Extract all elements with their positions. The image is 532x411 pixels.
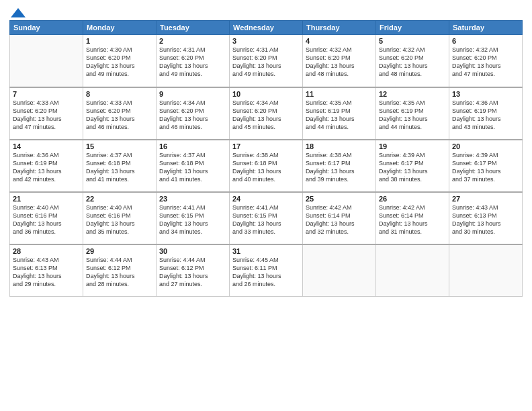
weekday-header: Sunday [10, 21, 83, 35]
day-number: 27 [452, 195, 519, 203]
day-info: Sunrise: 4:33 AM Sunset: 6:20 PM Dayligh… [86, 99, 153, 132]
calendar-table: SundayMondayTuesdayWednesdayThursdayFrid… [9, 20, 523, 297]
day-info: Sunrise: 4:40 AM Sunset: 6:16 PM Dayligh… [13, 203, 80, 236]
day-info: Sunrise: 4:42 AM Sunset: 6:14 PM Dayligh… [306, 203, 373, 236]
calendar-cell: 4Sunrise: 4:32 AM Sunset: 6:20 PM Daylig… [303, 35, 376, 87]
day-info: Sunrise: 4:41 AM Sunset: 6:15 PM Dayligh… [232, 203, 300, 236]
day-info: Sunrise: 4:40 AM Sunset: 6:16 PM Dayligh… [86, 203, 153, 236]
calendar-cell: 6Sunrise: 4:32 AM Sunset: 6:20 PM Daylig… [449, 35, 523, 87]
calendar-week-row: 28Sunrise: 4:43 AM Sunset: 6:13 PM Dayli… [10, 244, 523, 297]
day-info: Sunrise: 4:34 AM Sunset: 6:20 PM Dayligh… [232, 99, 300, 132]
calendar-cell: 8Sunrise: 4:33 AM Sunset: 6:20 PM Daylig… [83, 87, 157, 140]
calendar-cell: 31Sunrise: 4:45 AM Sunset: 6:11 PM Dayli… [230, 244, 303, 297]
day-number: 9 [159, 90, 226, 98]
day-number: 3 [232, 37, 300, 45]
weekday-header: Monday [83, 21, 157, 35]
day-info: Sunrise: 4:45 AM Sunset: 6:11 PM Dayligh… [232, 256, 300, 289]
calendar-page: SundayMondayTuesdayWednesdayThursdayFrid… [0, 0, 532, 411]
calendar-cell: 2Sunrise: 4:31 AM Sunset: 6:20 PM Daylig… [157, 35, 230, 87]
calendar-week-row: 21Sunrise: 4:40 AM Sunset: 6:16 PM Dayli… [10, 192, 523, 244]
logo [9, 7, 26, 16]
calendar-cell: 14Sunrise: 4:36 AM Sunset: 6:19 PM Dayli… [10, 140, 83, 192]
calendar-cell: 15Sunrise: 4:37 AM Sunset: 6:18 PM Dayli… [83, 140, 157, 192]
calendar-cell: 27Sunrise: 4:43 AM Sunset: 6:13 PM Dayli… [449, 192, 523, 244]
day-info: Sunrise: 4:37 AM Sunset: 6:18 PM Dayligh… [159, 151, 226, 184]
day-info: Sunrise: 4:32 AM Sunset: 6:20 PM Dayligh… [452, 46, 519, 79]
day-number: 22 [86, 195, 153, 203]
logo-icon [11, 7, 26, 19]
header [9, 7, 523, 16]
day-number: 5 [379, 37, 446, 45]
day-info: Sunrise: 4:38 AM Sunset: 6:18 PM Dayligh… [232, 151, 300, 184]
calendar-cell: 22Sunrise: 4:40 AM Sunset: 6:16 PM Dayli… [83, 192, 157, 244]
calendar-cell: 18Sunrise: 4:38 AM Sunset: 6:17 PM Dayli… [303, 140, 376, 192]
calendar-cell: 20Sunrise: 4:39 AM Sunset: 6:17 PM Dayli… [449, 140, 523, 192]
calendar-cell: 30Sunrise: 4:44 AM Sunset: 6:12 PM Dayli… [157, 244, 230, 297]
day-number: 4 [306, 37, 373, 45]
day-info: Sunrise: 4:43 AM Sunset: 6:13 PM Dayligh… [452, 203, 519, 236]
day-number: 20 [452, 142, 519, 150]
calendar-cell: 23Sunrise: 4:41 AM Sunset: 6:15 PM Dayli… [157, 192, 230, 244]
day-info: Sunrise: 4:41 AM Sunset: 6:15 PM Dayligh… [159, 203, 226, 236]
day-info: Sunrise: 4:32 AM Sunset: 6:20 PM Dayligh… [379, 46, 446, 79]
day-info: Sunrise: 4:44 AM Sunset: 6:12 PM Dayligh… [86, 256, 153, 289]
calendar-cell: 5Sunrise: 4:32 AM Sunset: 6:20 PM Daylig… [376, 35, 449, 87]
day-number: 18 [306, 142, 373, 150]
calendar-cell: 29Sunrise: 4:44 AM Sunset: 6:12 PM Dayli… [83, 244, 157, 297]
day-info: Sunrise: 4:39 AM Sunset: 6:17 PM Dayligh… [452, 151, 519, 184]
calendar-cell [449, 244, 523, 297]
day-info: Sunrise: 4:32 AM Sunset: 6:20 PM Dayligh… [306, 46, 373, 79]
day-number: 25 [306, 195, 373, 203]
calendar-cell: 16Sunrise: 4:37 AM Sunset: 6:18 PM Dayli… [157, 140, 230, 192]
day-info: Sunrise: 4:37 AM Sunset: 6:18 PM Dayligh… [86, 151, 153, 184]
calendar-cell: 17Sunrise: 4:38 AM Sunset: 6:18 PM Dayli… [230, 140, 303, 192]
day-number: 17 [232, 142, 300, 150]
calendar-cell: 19Sunrise: 4:39 AM Sunset: 6:17 PM Dayli… [376, 140, 449, 192]
day-number: 21 [13, 195, 80, 203]
weekday-header: Wednesday [230, 21, 303, 35]
day-number: 16 [159, 142, 226, 150]
weekday-header: Saturday [449, 21, 523, 35]
calendar-week-row: 1Sunrise: 4:30 AM Sunset: 6:20 PM Daylig… [10, 35, 523, 87]
day-number: 1 [86, 37, 153, 45]
day-info: Sunrise: 4:31 AM Sunset: 6:20 PM Dayligh… [159, 46, 226, 79]
day-info: Sunrise: 4:35 AM Sunset: 6:19 PM Dayligh… [306, 99, 373, 132]
calendar-cell: 28Sunrise: 4:43 AM Sunset: 6:13 PM Dayli… [10, 244, 83, 297]
calendar-cell [303, 244, 376, 297]
svg-marker-0 [11, 8, 26, 17]
day-number: 28 [13, 247, 80, 255]
day-number: 26 [379, 195, 446, 203]
calendar-cell: 21Sunrise: 4:40 AM Sunset: 6:16 PM Dayli… [10, 192, 83, 244]
day-number: 2 [159, 37, 226, 45]
day-number: 29 [86, 247, 153, 255]
weekday-header: Tuesday [157, 21, 230, 35]
day-number: 6 [452, 37, 519, 45]
weekday-header: Friday [376, 21, 449, 35]
day-info: Sunrise: 4:30 AM Sunset: 6:20 PM Dayligh… [86, 46, 153, 79]
calendar-week-row: 14Sunrise: 4:36 AM Sunset: 6:19 PM Dayli… [10, 140, 523, 192]
calendar-cell: 26Sunrise: 4:42 AM Sunset: 6:14 PM Dayli… [376, 192, 449, 244]
day-info: Sunrise: 4:43 AM Sunset: 6:13 PM Dayligh… [13, 256, 80, 289]
calendar-cell: 25Sunrise: 4:42 AM Sunset: 6:14 PM Dayli… [303, 192, 376, 244]
day-info: Sunrise: 4:42 AM Sunset: 6:14 PM Dayligh… [379, 203, 446, 236]
calendar-cell: 12Sunrise: 4:35 AM Sunset: 6:19 PM Dayli… [376, 87, 449, 140]
day-info: Sunrise: 4:44 AM Sunset: 6:12 PM Dayligh… [159, 256, 226, 289]
day-info: Sunrise: 4:34 AM Sunset: 6:20 PM Dayligh… [159, 99, 226, 132]
day-number: 31 [232, 247, 300, 255]
day-info: Sunrise: 4:36 AM Sunset: 6:19 PM Dayligh… [452, 99, 519, 132]
day-info: Sunrise: 4:35 AM Sunset: 6:19 PM Dayligh… [379, 99, 446, 132]
day-number: 7 [13, 90, 80, 98]
calendar-cell [10, 35, 83, 87]
day-info: Sunrise: 4:38 AM Sunset: 6:17 PM Dayligh… [306, 151, 373, 184]
calendar-cell: 13Sunrise: 4:36 AM Sunset: 6:19 PM Dayli… [449, 87, 523, 140]
day-info: Sunrise: 4:36 AM Sunset: 6:19 PM Dayligh… [13, 151, 80, 184]
calendar-cell: 11Sunrise: 4:35 AM Sunset: 6:19 PM Dayli… [303, 87, 376, 140]
calendar-cell: 9Sunrise: 4:34 AM Sunset: 6:20 PM Daylig… [157, 87, 230, 140]
calendar-cell: 7Sunrise: 4:33 AM Sunset: 6:20 PM Daylig… [10, 87, 83, 140]
day-number: 15 [86, 142, 153, 150]
calendar-cell: 10Sunrise: 4:34 AM Sunset: 6:20 PM Dayli… [230, 87, 303, 140]
day-number: 10 [232, 90, 300, 98]
calendar-cell: 1Sunrise: 4:30 AM Sunset: 6:20 PM Daylig… [83, 35, 157, 87]
day-info: Sunrise: 4:31 AM Sunset: 6:20 PM Dayligh… [232, 46, 300, 79]
day-number: 13 [452, 90, 519, 98]
